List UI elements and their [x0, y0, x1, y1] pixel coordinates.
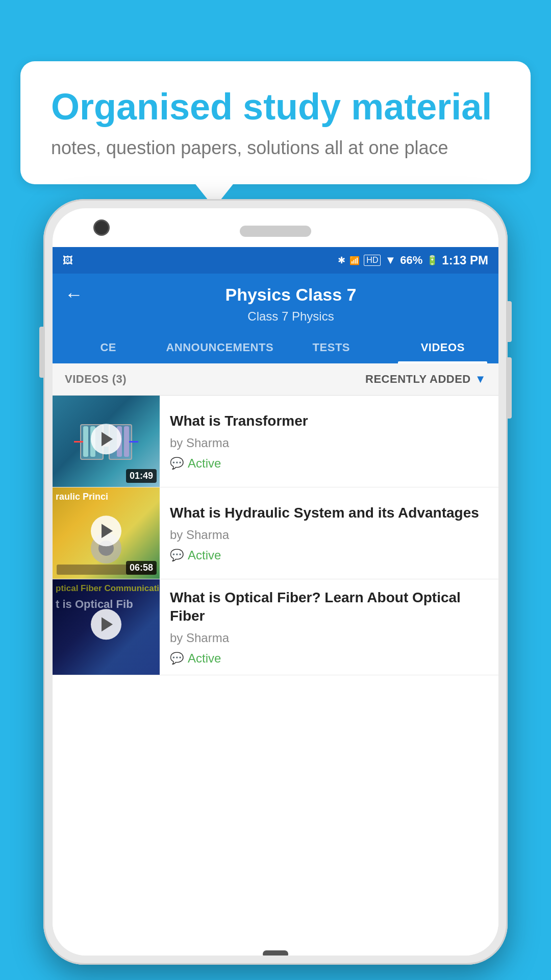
chat-icon-3: 💬 [170, 652, 184, 665]
active-badge-1: Active [188, 456, 221, 471]
video-list: 01:49 What is Transformer by Sharma 💬 Ac… [53, 396, 498, 955]
bubble-title: Organised study material [51, 87, 500, 127]
status-time: 1:13 PM [442, 253, 488, 267]
video-thumbnail-2: raulic Princi 06:58 [53, 487, 160, 579]
phone-screen: 🖼 ✱ 📶 HD ▼ 66% 🔋 1:13 PM ← [53, 208, 498, 955]
side-button-right-bottom [508, 357, 512, 419]
video-item-3[interactable]: ptical Fiber Communicati t is Optical Fi… [53, 579, 498, 675]
bluetooth-icon: ✱ [338, 255, 345, 266]
battery-percent: 66% [400, 254, 422, 267]
video-thumbnail-3: ptical Fiber Communicati t is Optical Fi… [53, 579, 160, 675]
phone-speaker [240, 226, 311, 237]
videos-count: VIDEOS (3) [65, 373, 127, 386]
wifi-icon: ▼ [385, 254, 396, 267]
video-author-3: by Sharma [170, 631, 488, 645]
home-button[interactable] [263, 950, 288, 955]
active-badge-3: Active [188, 651, 221, 666]
video-title-3: What is Optical Fiber? Learn About Optic… [170, 589, 488, 626]
app-bar: ← Physics Class 7 Class 7 Physics [53, 274, 498, 332]
video-info-2: What is Hydraulic System and its Advanta… [160, 487, 498, 579]
video-status-3: 💬 Active [170, 651, 488, 666]
play-icon-2 [102, 524, 113, 538]
side-button-left [39, 327, 43, 378]
play-icon-1 [102, 432, 113, 446]
video-thumbnail-1: 01:49 [53, 396, 160, 487]
status-bar: 🖼 ✱ 📶 HD ▼ 66% 🔋 1:13 PM [53, 247, 498, 274]
back-button[interactable]: ← [65, 284, 83, 305]
video-item-2[interactable]: raulic Princi 06:58 [53, 487, 498, 579]
play-button-2[interactable] [91, 516, 121, 546]
tab-ce[interactable]: CE [53, 332, 164, 363]
signal-icon: 📶 [349, 256, 360, 265]
video-info-3: What is Optical Fiber? Learn About Optic… [160, 579, 498, 675]
side-button-right-top [508, 301, 512, 342]
chevron-down-icon: ▼ [475, 373, 486, 386]
video-duration-1: 01:49 [126, 469, 157, 483]
video-author-2: by Sharma [170, 528, 488, 542]
hd-badge: HD [364, 255, 381, 266]
status-left-icons: 🖼 [63, 255, 76, 266]
breadcrumb: Class 7 Physics [65, 309, 486, 324]
tabs-bar: CE ANNOUNCEMENTS TESTS VIDEOS [53, 332, 498, 363]
tab-announcements[interactable]: ANNOUNCEMENTS [164, 332, 276, 363]
thumbnail-text-2: raulic Princi [56, 492, 108, 503]
videos-header: VIDEOS (3) RECENTLY ADDED ▼ [53, 363, 498, 396]
tab-tests[interactable]: TESTS [276, 332, 387, 363]
app-bar-top: ← Physics Class 7 [65, 284, 486, 305]
video-duration-2: 06:58 [126, 561, 157, 575]
video-title-2: What is Hydraulic System and its Advanta… [170, 504, 488, 522]
play-icon-3 [102, 618, 113, 632]
video-status-2: 💬 Active [170, 548, 488, 562]
screen-content: 🖼 ✱ 📶 HD ▼ 66% 🔋 1:13 PM ← [53, 247, 498, 955]
screen-title: Physics Class 7 [95, 285, 486, 305]
speech-bubble: Organised study material notes, question… [20, 61, 531, 184]
chat-icon-1: 💬 [170, 457, 184, 470]
background: Organised study material notes, question… [0, 0, 551, 980]
bubble-subtitle: notes, question papers, solutions all at… [51, 137, 500, 159]
sort-dropdown[interactable]: RECENTLY ADDED ▼ [365, 373, 486, 386]
play-button-3[interactable] [91, 609, 121, 640]
status-right-info: ✱ 📶 HD ▼ 66% 🔋 1:13 PM [338, 253, 488, 267]
tab-videos[interactable]: VIDEOS [387, 332, 498, 363]
phone-top-bar [53, 208, 498, 249]
phone-frame: 🖼 ✱ 📶 HD ▼ 66% 🔋 1:13 PM ← [43, 199, 508, 965]
video-item-1[interactable]: 01:49 What is Transformer by Sharma 💬 Ac… [53, 396, 498, 487]
battery-icon: 🔋 [427, 255, 438, 266]
active-badge-2: Active [188, 548, 221, 562]
video-author-1: by Sharma [170, 436, 488, 450]
video-title-1: What is Transformer [170, 412, 488, 430]
chat-icon-2: 💬 [170, 549, 184, 562]
play-button-1[interactable] [91, 424, 121, 454]
video-info-1: What is Transformer by Sharma 💬 Active [160, 396, 498, 487]
phone-camera [93, 219, 110, 236]
image-icon: 🖼 [63, 255, 73, 266]
video-status-1: 💬 Active [170, 456, 488, 471]
